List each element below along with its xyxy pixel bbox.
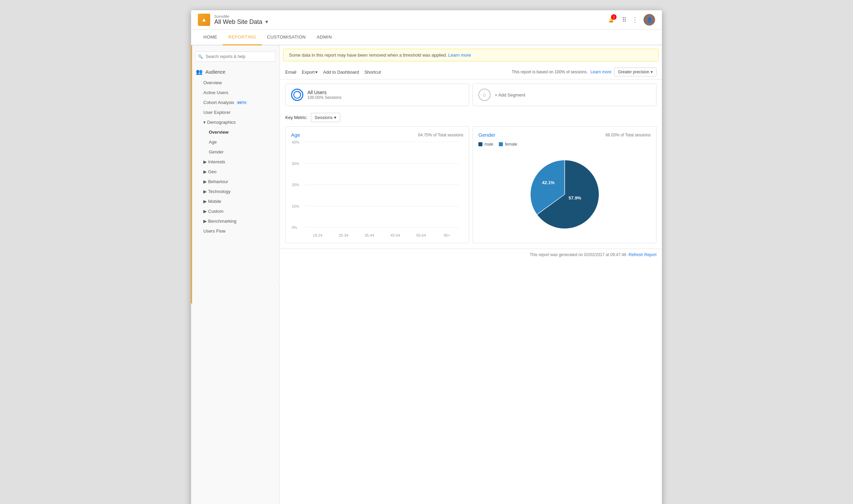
geo-arrow: ▶ xyxy=(203,169,207,174)
age-bar-chart: 40% 30% 20% 10% 0% xyxy=(291,142,463,237)
x-label-45-54: 45-54 xyxy=(382,233,408,237)
segment-info: All Users 100.00% Sessions xyxy=(307,90,341,100)
search-icon: 🔍 xyxy=(198,54,203,59)
add-segment-button[interactable]: ○ + Add Segment xyxy=(473,84,656,106)
key-metric-label: Key Metric: xyxy=(285,115,307,120)
sidebar-item-cohort[interactable]: Cohort Analysis BETA xyxy=(191,98,279,107)
pie-legend: male female xyxy=(478,142,517,147)
export-button[interactable]: Export ▾ xyxy=(302,70,318,75)
x-label-25-34: 25-34 xyxy=(331,233,357,237)
legend-male-dot xyxy=(478,142,482,146)
x-label-18-24: 18-24 xyxy=(305,233,331,237)
behaviour-arrow: ▶ xyxy=(203,179,207,184)
report-learn-more[interactable]: Learn more xyxy=(591,70,611,74)
search-input[interactable] xyxy=(195,51,275,62)
precision-button[interactable]: Greater precision ▾ xyxy=(614,68,656,76)
demographics-arrow: ▾ xyxy=(203,120,206,125)
sidebar-group-technology[interactable]: ▶ Technology xyxy=(191,187,279,196)
age-chart-title: Age xyxy=(291,132,300,138)
header-left: ▲ SumoMe All Web Site Data ▼ xyxy=(198,14,269,26)
legend-female-dot xyxy=(499,142,503,146)
sidebar-audience-header[interactable]: 👥 Audience xyxy=(191,66,279,78)
add-segment-label: + Add Segment xyxy=(495,92,525,98)
notification-badge: 1 xyxy=(611,14,617,20)
nav-admin[interactable]: ADMIN xyxy=(311,30,337,45)
technology-label: Technology xyxy=(208,189,231,194)
legend-male: male xyxy=(478,142,493,147)
key-metric-row: Key Metric: Sessions ▾ xyxy=(280,110,662,126)
sidebar-collapse-button[interactable]: ◀ xyxy=(277,277,280,284)
site-dropdown-arrow[interactable]: ▼ xyxy=(264,19,269,25)
refresh-report-link[interactable]: Refresh Report xyxy=(629,252,656,257)
logo-icon: ▲ xyxy=(198,14,210,26)
avatar[interactable]: 👤 xyxy=(644,14,655,26)
sidebar-subitem-demographics-overview[interactable]: Overview xyxy=(191,127,279,137)
behaviour-label: Behaviour xyxy=(208,179,228,184)
mobile-arrow: ▶ xyxy=(203,199,207,204)
sidebar-subitem-age[interactable]: Age xyxy=(191,137,279,147)
segment-circle xyxy=(291,89,303,101)
female-pct-label: 42.1% xyxy=(542,180,554,185)
nav-customisation[interactable]: CUSTOMISATION xyxy=(262,30,312,45)
pie-chart-area: male female xyxy=(478,142,651,235)
toolbar-right: This report is based on 100% of sessions… xyxy=(512,68,656,76)
more-options-icon[interactable]: ⋮ xyxy=(632,16,638,24)
sidebar-group-geo[interactable]: ▶ Geo xyxy=(191,167,279,177)
legend-female-label: female xyxy=(505,142,517,147)
custom-label: Custom xyxy=(208,209,223,214)
mobile-label: Mobile xyxy=(208,199,221,204)
toolbar-left: Email Export ▾ Add to Dashboard Shortcut xyxy=(285,70,381,75)
alert-message: Some data in this report may have been r… xyxy=(289,53,447,58)
legend-female: female xyxy=(499,142,517,147)
main-nav: HOME REPORTING CUSTOMISATION ADMIN xyxy=(191,30,662,45)
audience-label: Audience xyxy=(205,69,225,75)
sidebar-search: 🔍 xyxy=(195,51,275,62)
export-arrow: ▾ xyxy=(315,70,318,75)
segment-row: All Users 100.00% Sessions ○ + Add Segme… xyxy=(280,79,662,110)
sidebar-item-user-explorer[interactable]: User Explorer xyxy=(191,107,279,117)
sidebar-subitem-gender[interactable]: Gender xyxy=(191,147,279,157)
site-name[interactable]: All Web Site Data ▼ xyxy=(214,18,269,26)
age-chart-panel: Age 64.75% of Total sessions 40% 30% 20%… xyxy=(285,126,469,243)
x-axis-labels: 18-24 25-34 35-44 45-54 55-64 65+ xyxy=(305,233,460,237)
apps-icon[interactable]: ⠿ xyxy=(622,16,626,24)
nav-reporting[interactable]: REPORTING xyxy=(223,30,262,45)
avatar-letter: 👤 xyxy=(647,17,652,23)
header-right: 🔔 1 ⠿ ⋮ 👤 xyxy=(606,14,655,26)
gender-chart-title: Gender xyxy=(478,132,495,138)
header-title: SumoMe All Web Site Data ▼ xyxy=(214,14,269,26)
shortcut-button[interactable]: Shortcut xyxy=(364,70,381,75)
sidebar-group-interests[interactable]: ▶ Interests xyxy=(191,157,279,167)
org-name: SumoMe xyxy=(214,14,269,18)
sidebar: ◀ 🔍 👥 Audience Overview Active Users Coh… xyxy=(191,45,280,504)
x-label-35-44: 35-44 xyxy=(357,233,382,237)
email-button[interactable]: Email xyxy=(285,70,297,75)
gender-chart-meta: 66.03% of Total sessions xyxy=(605,133,651,137)
x-label-55-64: 55-64 xyxy=(408,233,434,237)
sidebar-group-mobile[interactable]: ▶ Mobile xyxy=(191,196,279,206)
custom-arrow: ▶ xyxy=(203,209,207,214)
precision-arrow: ▾ xyxy=(651,70,653,74)
segment-title: All Users xyxy=(307,90,341,95)
toolbar: Email Export ▾ Add to Dashboard Shortcut… xyxy=(280,65,662,79)
add-dashboard-button[interactable]: Add to Dashboard xyxy=(323,70,359,75)
sidebar-item-users-flow[interactable]: Users Flow xyxy=(191,226,279,236)
sidebar-item-active-users[interactable]: Active Users xyxy=(191,88,279,98)
metric-select[interactable]: Sessions ▾ xyxy=(311,113,340,122)
sidebar-item-overview[interactable]: Overview xyxy=(191,78,279,88)
alert-learn-more[interactable]: Learn more xyxy=(448,53,471,58)
notifications-button[interactable]: 🔔 1 xyxy=(606,14,617,25)
nav-home[interactable]: HOME xyxy=(198,30,223,45)
interests-label: Interests xyxy=(208,159,225,164)
gender-chart-header: Gender 66.03% of Total sessions xyxy=(478,132,651,138)
geo-label: Geo xyxy=(208,169,217,174)
all-users-segment: All Users 100.00% Sessions xyxy=(285,84,469,106)
sidebar-group-benchmarking[interactable]: ▶ Benchmarking xyxy=(191,216,279,226)
beta-badge: BETA xyxy=(236,101,248,105)
sidebar-group-custom[interactable]: ▶ Custom xyxy=(191,206,279,216)
main-layout: ◀ 🔍 👥 Audience Overview Active Users Coh… xyxy=(191,45,662,504)
alert-banner: Some data in this report may have been r… xyxy=(283,49,659,61)
technology-arrow: ▶ xyxy=(203,189,207,194)
sidebar-group-demographics[interactable]: ▾ Demographics xyxy=(191,117,279,127)
sidebar-group-behaviour[interactable]: ▶ Behaviour xyxy=(191,177,279,187)
